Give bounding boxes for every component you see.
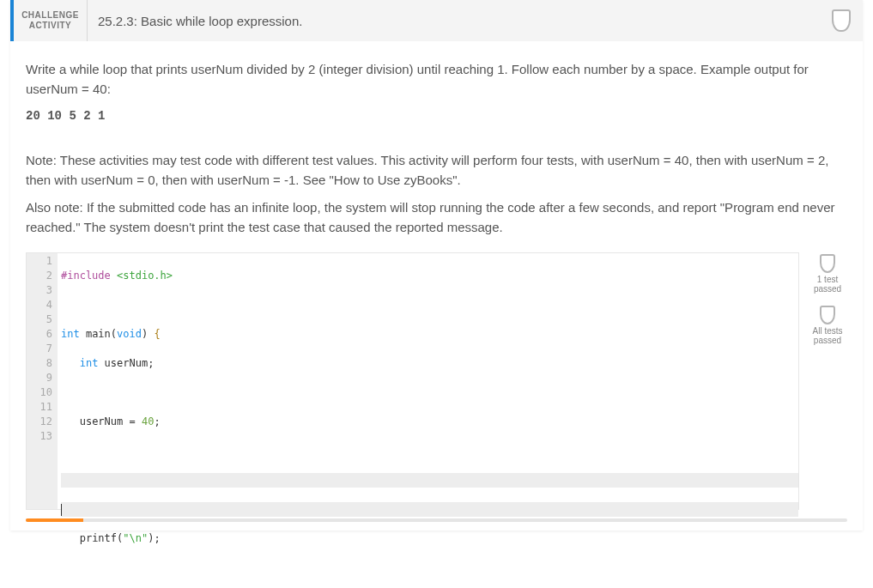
badge-line2: ACTIVITY <box>29 21 72 31</box>
caret-icon <box>61 504 62 516</box>
prompt-note-1: Note: These activities may test code wit… <box>26 151 847 190</box>
test-status-column: 1 test passed All tests passed <box>808 252 847 345</box>
prompt-paragraph-1: Write a while loop that prints userNum d… <box>26 60 847 99</box>
code-area[interactable]: #include <stdio.h> int main(void) { int … <box>58 253 798 509</box>
line-number: 1 <box>27 254 52 269</box>
editable-line[interactable] <box>61 502 798 517</box>
shield-icon <box>820 306 835 324</box>
one-test-status: 1 test passed <box>814 254 841 294</box>
editable-line[interactable] <box>61 473 798 488</box>
line-gutter: 1 2 3 4 5 6 7 8 9 10 11 12 13 <box>27 253 58 509</box>
shield-icon <box>820 254 835 273</box>
line-number: 2 <box>27 269 52 283</box>
sample-output: 20 10 5 2 1 <box>26 107 847 125</box>
line-number: 3 <box>27 283 52 298</box>
prompt-note-2: Also note: If the submitted code has an … <box>26 198 847 237</box>
line-number: 5 <box>27 312 52 327</box>
line-number: 13 <box>27 429 52 444</box>
line-number: 6 <box>27 327 52 342</box>
challenge-badge: CHALLENGE ACTIVITY <box>14 0 88 41</box>
line-number: 9 <box>27 371 52 385</box>
one-test-label: 1 test <box>814 275 841 284</box>
shield-icon <box>832 9 851 32</box>
passed-label: passed <box>814 284 841 294</box>
passed-label: passed <box>812 336 842 345</box>
challenge-card: CHALLENGE ACTIVITY 25.2.3: Basic while l… <box>10 0 863 530</box>
header-title: 25.2.3: Basic while loop expression. <box>88 0 820 41</box>
all-tests-label: All tests <box>812 326 842 336</box>
line-number: 10 <box>27 385 52 400</box>
card-header: CHALLENGE ACTIVITY 25.2.3: Basic while l… <box>10 0 863 41</box>
prompt-body: Write a while loop that prints userNum d… <box>10 41 863 237</box>
badge-line1: CHALLENGE <box>21 10 79 21</box>
editor-zone: 1 2 3 4 5 6 7 8 9 10 11 12 13 #include <… <box>26 252 847 510</box>
line-number: 8 <box>27 356 52 371</box>
line-number: 7 <box>27 342 52 356</box>
line-number: 12 <box>27 415 52 429</box>
code-editor[interactable]: 1 2 3 4 5 6 7 8 9 10 11 12 13 #include <… <box>26 252 799 510</box>
all-tests-status: All tests passed <box>812 306 842 345</box>
line-number: 4 <box>27 298 52 312</box>
line-number: 11 <box>27 400 52 415</box>
header-status <box>820 0 863 41</box>
